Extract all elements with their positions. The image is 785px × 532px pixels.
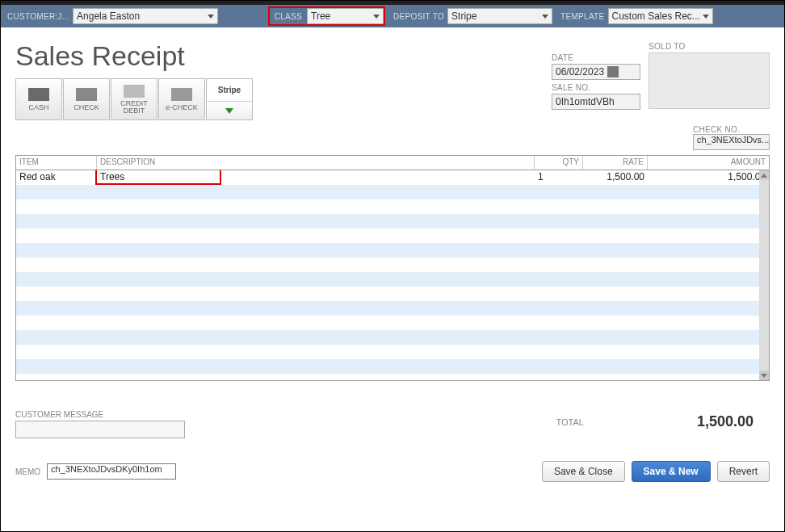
stripe-label: Stripe: [207, 79, 252, 102]
customer-message-dropdown[interactable]: [15, 421, 185, 438]
line-items-table: ITEM DESCRIPTION QTY RATE AMOUNT Red oak…: [15, 155, 770, 381]
chevron-down-icon: [373, 15, 380, 19]
table-header: ITEM DESCRIPTION QTY RATE AMOUNT: [16, 156, 769, 170]
scroll-down-icon[interactable]: [759, 371, 769, 380]
table-row[interactable]: [16, 345, 769, 359]
header-amount[interactable]: AMOUNT: [648, 156, 769, 170]
header-qty[interactable]: QTY: [535, 156, 583, 170]
saleno-input[interactable]: 0Ih1omtdVBh: [552, 94, 640, 110]
memo-value: ch_3NEXtoJDvsDKy0Ih1om: [51, 464, 162, 474]
header-item[interactable]: ITEM: [16, 156, 97, 170]
page-title: Sales Receipt: [15, 40, 253, 72]
checkno-value: ch_3NEXtoJDvs...: [697, 135, 769, 145]
memo-label: MEMO: [15, 467, 40, 476]
chevron-down-icon: [542, 15, 548, 19]
checkno-input[interactable]: ch_3NEXtoJDvs...: [693, 134, 770, 150]
soldto-box[interactable]: [649, 52, 770, 109]
cash-label: CASH: [28, 103, 48, 111]
table-row[interactable]: [16, 272, 769, 287]
payment-method-group: CASH CHECK CREDIT DEBIT e-CHECK: [15, 78, 253, 120]
cash-button[interactable]: CASH: [15, 78, 62, 120]
cell-qty[interactable]: 1: [535, 170, 583, 185]
table-row[interactable]: [16, 258, 769, 272]
credit-debit-button[interactable]: CREDIT DEBIT: [111, 78, 157, 120]
table-row[interactable]: [16, 301, 769, 316]
template-dropdown[interactable]: Custom Sales Rec...: [608, 8, 713, 24]
saleno-value: 0Ih1omtdVBh: [556, 96, 615, 107]
stripe-expand[interactable]: [207, 102, 252, 119]
table-row[interactable]: [16, 199, 769, 214]
table-row[interactable]: Red oak Trees 1 1,500.00 1,500.00: [16, 170, 769, 185]
saleno-label: SALE NO.: [552, 83, 640, 92]
template-value: Custom Sales Rec...: [612, 10, 700, 22]
revert-button[interactable]: Revert: [717, 461, 770, 482]
header-description[interactable]: DESCRIPTION: [97, 156, 535, 170]
cell-item[interactable]: Red oak: [16, 170, 97, 185]
check-label: CHECK: [73, 103, 99, 111]
deposit-dropdown[interactable]: Stripe: [447, 8, 552, 24]
table-row[interactable]: [16, 228, 769, 243]
customer-message-label: CUSTOMER MESSAGE: [15, 410, 185, 419]
save-new-button[interactable]: Save & New: [632, 461, 711, 482]
top-bar: CUSTOMER:J... Angela Easton CLASS Tree D…: [1, 5, 784, 27]
template-label: TEMPLATE: [560, 12, 604, 21]
echeck-icon: [171, 88, 192, 101]
cell-description[interactable]: Trees: [97, 170, 535, 185]
stripe-button[interactable]: Stripe: [206, 78, 253, 120]
deposit-label: DEPOSIT TO: [393, 12, 444, 21]
table-row[interactable]: [16, 287, 769, 301]
customer-value: Angela Easton: [77, 10, 140, 22]
class-highlight: CLASS Tree: [268, 6, 385, 26]
memo-input[interactable]: ch_3NEXtoJDvsDKy0Ih1om: [47, 463, 176, 480]
table-row[interactable]: [16, 316, 769, 330]
date-label: DATE: [552, 53, 640, 62]
table-body[interactable]: Red oak Trees 1 1,500.00 1,500.00: [16, 170, 769, 380]
total-value: 1,500.00: [697, 413, 754, 430]
class-dropdown[interactable]: Tree: [307, 8, 384, 24]
echeck-label: e-CHECK: [166, 103, 198, 111]
scrollbar[interactable]: [759, 170, 769, 380]
date-value: 06/02/2023: [556, 66, 604, 77]
chevron-down-icon: [703, 15, 709, 19]
total-label: TOTAL: [556, 417, 583, 427]
header-rate[interactable]: RATE: [583, 156, 648, 170]
customer-label: CUSTOMER:J...: [7, 12, 69, 21]
check-icon: [76, 88, 97, 101]
cell-amount[interactable]: 1,500.00: [648, 170, 769, 185]
chevron-down-icon: [225, 108, 233, 114]
class-label: CLASS: [270, 12, 307, 21]
customer-dropdown[interactable]: Angela Easton: [73, 8, 218, 24]
table-row[interactable]: [16, 243, 769, 258]
date-input[interactable]: 06/02/2023: [552, 64, 640, 80]
chevron-down-icon: [208, 15, 214, 19]
deposit-value: Stripe: [451, 10, 476, 22]
table-row[interactable]: [16, 359, 769, 374]
calendar-icon: [607, 66, 619, 77]
credit-label: CREDIT DEBIT: [111, 100, 157, 115]
cell-description-text: Trees: [100, 171, 124, 182]
cell-rate[interactable]: 1,500.00: [583, 170, 648, 185]
cash-icon: [28, 88, 49, 101]
card-icon: [124, 85, 145, 98]
table-row[interactable]: [16, 185, 769, 199]
save-close-button[interactable]: Save & Close: [542, 461, 625, 482]
scroll-up-icon[interactable]: [759, 170, 769, 180]
soldto-label: SOLD TO: [649, 42, 770, 51]
check-button[interactable]: CHECK: [63, 78, 110, 120]
table-row[interactable]: [16, 330, 769, 345]
checkno-label: CHECK NO.: [693, 125, 770, 134]
echeck-button[interactable]: e-CHECK: [158, 78, 205, 120]
table-row[interactable]: [16, 214, 769, 228]
class-value: Tree: [311, 10, 330, 22]
